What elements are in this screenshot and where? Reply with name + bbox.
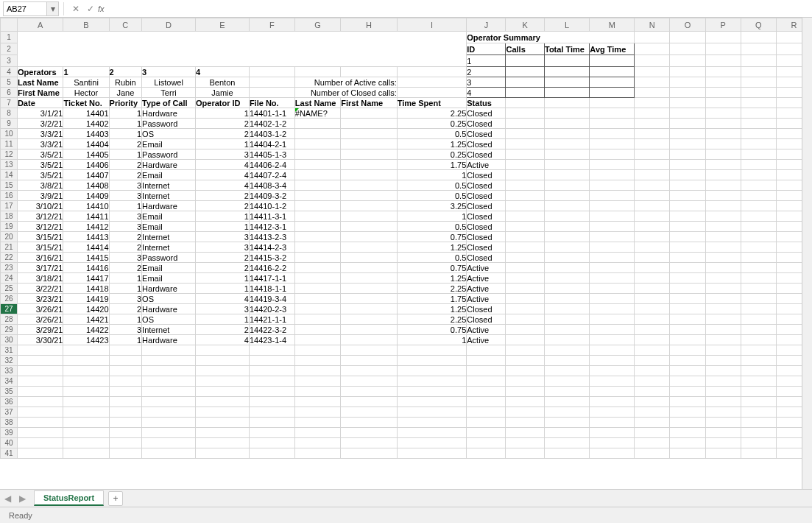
cell[interactable] <box>705 263 741 273</box>
cell-priority[interactable]: 1 <box>109 273 142 284</box>
cell[interactable] <box>249 77 294 88</box>
cell[interactable] <box>705 448 741 459</box>
col-header-F[interactable]: F <box>249 18 294 32</box>
cell[interactable] <box>590 170 635 180</box>
cell[interactable] <box>705 232 741 242</box>
cell-file[interactable]: 14412-3-1 <box>249 222 294 232</box>
row-header-7[interactable]: 7 <box>1 98 18 108</box>
cell-date[interactable]: 3/5/21 <box>17 170 63 180</box>
cell[interactable] <box>635 139 670 149</box>
row-header-40[interactable]: 40 <box>1 438 18 448</box>
cell-time[interactable]: 1.25 <box>397 304 467 314</box>
col-header-G[interactable]: G <box>294 18 340 32</box>
cell-type[interactable]: OS <box>142 294 196 304</box>
cell-type[interactable]: Email <box>142 263 196 273</box>
cell-type[interactable]: Email <box>142 170 196 180</box>
cell[interactable] <box>249 428 294 438</box>
cell[interactable] <box>705 253 741 263</box>
cell-firstname[interactable] <box>341 119 397 129</box>
row-header-33[interactable]: 33 <box>1 366 18 376</box>
cell[interactable] <box>341 387 397 397</box>
cell-status[interactable]: Closed <box>467 232 506 242</box>
cell-firstname[interactable] <box>341 232 397 242</box>
cell-ticket[interactable]: 14421 <box>63 314 109 325</box>
cell[interactable] <box>544 397 589 407</box>
cell[interactable] <box>741 191 776 201</box>
cell[interactable] <box>109 428 142 438</box>
fx-icon[interactable]: fx <box>98 4 105 13</box>
cell-status[interactable]: Closed <box>467 314 506 325</box>
cell-firstname[interactable] <box>341 170 397 180</box>
cell-firstname[interactable] <box>341 335 397 345</box>
cell[interactable] <box>544 98 589 108</box>
row-header-4[interactable]: 4 <box>1 67 18 77</box>
cell-op[interactable]: 3 <box>196 232 250 242</box>
cell-op[interactable]: 4 <box>196 170 250 180</box>
vertical-scrollbar[interactable] <box>802 18 812 489</box>
name-box[interactable] <box>3 1 47 16</box>
cell[interactable] <box>741 43 776 55</box>
cell-date[interactable]: 3/17/21 <box>17 263 63 273</box>
cell[interactable] <box>109 448 142 459</box>
cell[interactable] <box>109 345 142 356</box>
cell[interactable] <box>544 418 589 428</box>
cell-type[interactable]: Internet <box>142 242 196 253</box>
cell[interactable] <box>544 180 589 191</box>
cell[interactable] <box>397 88 467 98</box>
cell-file[interactable]: 14410-1-2 <box>249 201 294 211</box>
cell-time[interactable]: 1.75 <box>397 160 467 170</box>
cell[interactable] <box>397 345 467 356</box>
row-header-31[interactable]: 31 <box>1 345 18 356</box>
cell[interactable] <box>635 314 670 325</box>
cell[interactable] <box>741 32 776 43</box>
op-summary-val[interactable] <box>544 77 589 88</box>
cell-time[interactable]: 0.25 <box>397 119 467 129</box>
row-header-30[interactable]: 30 <box>1 335 18 345</box>
cell-priority[interactable]: 2 <box>109 304 142 314</box>
cell[interactable] <box>741 108 776 119</box>
cell-lastname[interactable] <box>294 170 340 180</box>
cell-file[interactable]: 14423-1-4 <box>249 335 294 345</box>
cell[interactable] <box>196 397 250 407</box>
cell[interactable] <box>741 211 776 222</box>
cell[interactable] <box>590 428 635 438</box>
cell-type[interactable]: Hardware <box>142 108 196 119</box>
cell[interactable] <box>196 407 250 418</box>
cell[interactable] <box>467 407 506 418</box>
cell[interactable] <box>635 88 670 98</box>
row-header-11[interactable]: 11 <box>1 139 18 149</box>
cell-date[interactable]: 3/5/21 <box>17 149 63 160</box>
cell[interactable] <box>705 191 741 201</box>
op-summary-val[interactable] <box>590 67 635 77</box>
cell[interactable] <box>705 376 741 387</box>
cell[interactable] <box>741 242 776 253</box>
cell[interactable] <box>544 376 589 387</box>
cell-lastname[interactable] <box>294 201 340 211</box>
cell[interactable] <box>544 366 589 376</box>
cell-type[interactable]: Hardware <box>142 160 196 170</box>
cell[interactable] <box>670 263 705 273</box>
row-header-12[interactable]: 12 <box>1 149 18 160</box>
cell-time[interactable]: 0.75 <box>397 263 467 273</box>
cell[interactable] <box>670 418 705 428</box>
cell[interactable] <box>341 345 397 356</box>
cell[interactable] <box>249 376 294 387</box>
cell[interactable] <box>670 191 705 201</box>
cell[interactable] <box>705 325 741 335</box>
cell[interactable] <box>544 438 589 448</box>
cell-priority[interactable]: 1 <box>109 284 142 294</box>
cell[interactable] <box>341 366 397 376</box>
tab-prev-icon[interactable]: ◀ <box>1 493 13 504</box>
cell-op[interactable]: 2 <box>196 201 250 211</box>
cell[interactable] <box>741 139 776 149</box>
cell-time[interactable]: 0.5 <box>397 180 467 191</box>
cell[interactable] <box>294 428 340 438</box>
cell-status[interactable]: Active <box>467 284 506 294</box>
col-header-K[interactable]: K <box>506 18 545 32</box>
cell[interactable] <box>196 387 250 397</box>
cell[interactable] <box>17 387 63 397</box>
cell[interactable] <box>635 98 670 108</box>
cell-type[interactable]: Password <box>142 149 196 160</box>
cell-type[interactable]: Internet <box>142 232 196 242</box>
cell[interactable] <box>741 428 776 438</box>
